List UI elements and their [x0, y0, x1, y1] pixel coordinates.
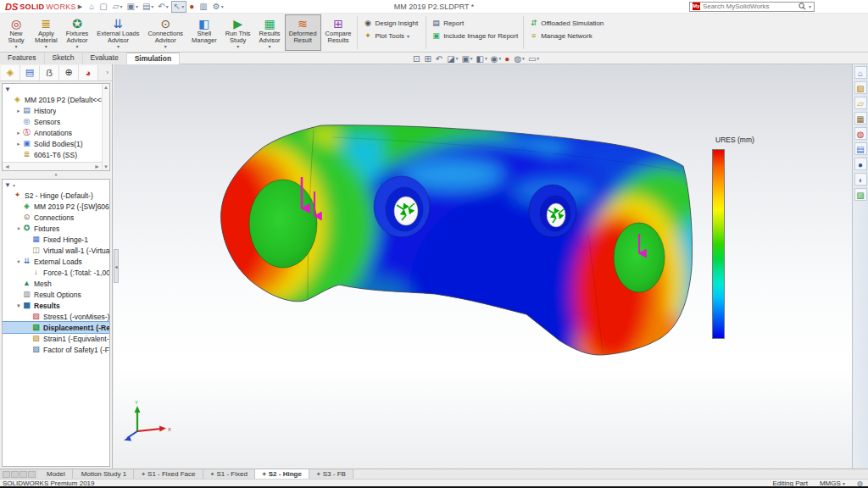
performance-icon[interactable]: ▨: [854, 188, 867, 201]
filter-funnel-icon[interactable]: ▼: [4, 181, 11, 189]
command-tab[interactable]: Features: [0, 53, 45, 64]
ribbon-button[interactable]: ▶ Run This Study ▾: [221, 14, 255, 51]
study-tree-item[interactable]: ▧ Strain1 (-Equivalent-): [3, 333, 109, 344]
ribbon-button[interactable]: ⇊ External Loads Advisor ▾: [92, 14, 143, 51]
save-icon[interactable]: ▣▾: [125, 1, 139, 13]
display-style-icon[interactable]: ◧▾: [476, 54, 487, 64]
study-tab[interactable]: Motion Study 1: [73, 469, 134, 479]
hinge-hole-1[interactable]: [374, 176, 430, 237]
filter-funnel-icon[interactable]: ▼: [4, 86, 11, 93]
study-tree-item[interactable]: ▥ Result Options: [3, 289, 109, 300]
feature-tree-item[interactable]: ▸ ▣ Solid Bodies(1): [3, 138, 109, 149]
tab-scroll-button[interactable]: [11, 471, 19, 478]
ribbon-button[interactable]: ◧ Shell Manager: [187, 14, 221, 51]
appearances-scenes-icon[interactable]: ◍: [854, 127, 867, 140]
ribbon-small-button[interactable]: ⇵ Offloaded Simulation: [529, 18, 604, 28]
command-tab[interactable]: Simulation: [127, 53, 180, 64]
print-icon[interactable]: ▤▾: [141, 1, 155, 13]
solidworks-add-ins-icon[interactable]: ●: [854, 158, 867, 170]
ribbon-small-button[interactable]: ◉ Design Insight: [363, 18, 420, 28]
section-view-icon[interactable]: ◪▾: [447, 54, 458, 64]
options-gear-icon[interactable]: ⚙▾: [211, 1, 225, 13]
study-tab[interactable]: ✦ S1 - Fixed Face: [134, 469, 203, 479]
previous-view-icon[interactable]: ↶: [436, 54, 443, 64]
home-icon[interactable]: ⌂: [87, 1, 97, 13]
new-document-icon[interactable]: ▢: [97, 1, 109, 13]
study-tree-item[interactable]: ◈ MM 2019 P2 (-[SW]6061-T6 (SS)-): [3, 201, 109, 212]
feature-tree-item[interactable]: ▸ Ⓐ Annotations: [3, 127, 109, 138]
feature-tree-item[interactable]: ≣ 6061-T6 (SS): [3, 149, 109, 160]
ribbon-small-button[interactable]: ▤ Report: [431, 18, 518, 28]
tab-scroll-button[interactable]: [19, 471, 27, 478]
search-input[interactable]: [703, 3, 796, 10]
dimxpertmanager-tab[interactable]: ⊕: [59, 65, 79, 80]
view-palette-icon[interactable]: ▦: [854, 112, 867, 125]
featuremanager-tree-tab[interactable]: ◈: [1, 65, 20, 80]
view-settings-icon[interactable]: ▭▾: [528, 54, 539, 64]
tree-horizontal-scrollbar[interactable]: ◄►: [3, 162, 102, 170]
feature-tree-item[interactable]: ◈ MM 2019 P2 (Default<<Default>_Disp: [3, 94, 109, 105]
zoom-to-fit-icon[interactable]: ⊡: [413, 54, 420, 64]
study-tree-item[interactable]: ▾ ⇊ External Loads: [3, 256, 109, 267]
feature-tree-item[interactable]: ◎ Sensors: [3, 116, 109, 127]
study-tree-item[interactable]: ▧ Displacement1 (-Res disp-): [3, 322, 109, 333]
left-ear-hole-face[interactable]: [249, 180, 317, 268]
study-tree-item[interactable]: ▲ Mesh: [3, 278, 109, 289]
propertymanager-tab[interactable]: ▤: [20, 65, 40, 80]
ribbon-button[interactable]: ≣ Apply Material ▾: [31, 14, 62, 51]
hinge-hole-2[interactable]: [529, 185, 576, 237]
study-tree-item[interactable]: ▾ ▦ Results: [3, 300, 109, 311]
configurationmanager-tab[interactable]: ẞ: [40, 65, 59, 80]
solidworks-logo[interactable]: DS SOLIDWORKS ▶: [0, 2, 87, 12]
study-tree-item[interactable]: ▦ Fixed Hinge-1: [3, 234, 109, 245]
study-tree-item[interactable]: ▧ Factor of Safety1 (-FOS-): [3, 344, 109, 355]
study-tree-item[interactable]: ↓ Force-1 (:Total: -1,000 N:): [3, 267, 109, 278]
view-orientation-icon[interactable]: ▣▾: [461, 54, 472, 64]
select-icon[interactable]: ↖▾: [171, 1, 186, 13]
design-library-icon[interactable]: ▧: [854, 81, 867, 94]
command-tab[interactable]: Evaluate: [83, 53, 127, 64]
ribbon-button[interactable]: ⊙ Connections Advisor ▾: [143, 14, 187, 51]
study-tree-item[interactable]: ◫ Virtual wall-1 (-Virtual Wall<MM: [3, 245, 109, 256]
search-icon[interactable]: [798, 3, 806, 10]
study-tab[interactable]: Model: [38, 469, 73, 479]
command-tab[interactable]: Sketch: [45, 53, 83, 64]
rebuild-traffic-light-icon[interactable]: ●: [187, 1, 197, 13]
ribbon-small-button[interactable]: ≡ Manage Network: [529, 30, 604, 41]
file-explorer-icon[interactable]: ▱: [854, 97, 867, 109]
solidworks-resources-icon[interactable]: ⌂: [854, 66, 867, 79]
edit-appearance-icon[interactable]: ●: [504, 54, 510, 64]
open-icon[interactable]: ▱▾: [111, 1, 125, 13]
study-tree-item[interactable]: ▾ ✪ Fixtures: [3, 223, 109, 234]
ribbon-button[interactable]: ≋ Deformed Result: [285, 14, 321, 51]
study-tree-item[interactable]: ▧ Stress1 (-vonMises-): [3, 311, 109, 322]
ribbon-button[interactable]: ✪ Fixtures Advisor ▾: [62, 14, 93, 51]
ribbon-small-button[interactable]: ✦ Plot Tools ▾: [363, 30, 420, 41]
study-tab[interactable]: ✦ S1 - Fixed: [203, 469, 255, 479]
study-tab[interactable]: ✦ S3 - FB: [309, 469, 353, 479]
study-tab[interactable]: ✦ S2 - Hinge: [255, 469, 309, 479]
tree-vertical-scrollbar[interactable]: ▲▼: [102, 84, 109, 170]
menu-flyout-arrow-icon[interactable]: ▶: [78, 3, 82, 10]
ribbon-button[interactable]: ⊞ Compare Results: [321, 14, 356, 51]
tab-overflow-arrow-icon[interactable]: ›: [106, 69, 111, 76]
tab-scroll-button[interactable]: [28, 471, 36, 478]
graphics-viewport[interactable]: ◂: [114, 64, 852, 469]
displaymanager-tab[interactable]: ◕: [79, 65, 98, 80]
zoom-to-area-icon[interactable]: ⊞: [424, 54, 431, 64]
ribbon-button[interactable]: ▦ Results Advisor ▾: [255, 14, 285, 51]
search-box[interactable]: My ▾: [689, 2, 815, 12]
tab-scroll-button[interactable]: [3, 471, 10, 478]
ribbon-small-button[interactable]: ▣ Include Image for Report: [431, 30, 518, 41]
custom-properties-icon[interactable]: ▤: [854, 142, 867, 155]
undo-icon[interactable]: ↶▾: [156, 1, 170, 13]
right-ear-hole-face[interactable]: [614, 223, 665, 292]
ribbon-button[interactable]: ◎ New Study ▾: [2, 14, 31, 51]
search-dropdown-arrow-icon[interactable]: ▾: [809, 3, 811, 9]
feature-tree-item[interactable]: ▸ ▤ History: [3, 105, 109, 116]
hide-show-items-icon[interactable]: ◉▾: [491, 54, 502, 64]
study-tree-item[interactable]: ✦ S2 - Hinge (-Default-): [3, 190, 109, 201]
apply-scene-icon[interactable]: ◍▾: [514, 54, 525, 64]
forum-icon[interactable]: ◗: [854, 173, 867, 186]
file-properties-icon[interactable]: ▥: [198, 1, 209, 13]
